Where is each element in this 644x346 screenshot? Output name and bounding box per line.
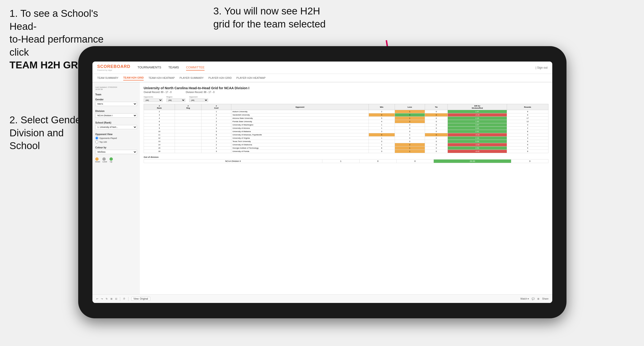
fit-btn[interactable]: ⊡ bbox=[115, 298, 117, 300]
school-select[interactable]: 1. University of Nort... bbox=[95, 125, 137, 129]
tab-player-h2h-heatmap[interactable]: PLAYER H2H HEATMAP bbox=[236, 75, 266, 80]
cell-loss: 0 bbox=[395, 137, 425, 140]
dot-level-label: Level bbox=[102, 161, 107, 163]
watch-btn[interactable]: Watch ▾ bbox=[520, 298, 529, 300]
radio-top100[interactable]: Top 100 bbox=[95, 140, 137, 143]
table-row: 11 6 University of Arkansas, Fayettevill… bbox=[144, 133, 548, 137]
cell-reg bbox=[175, 113, 202, 117]
opponent-view-label: Opponent View bbox=[95, 133, 137, 136]
cell-reg bbox=[175, 137, 202, 140]
cell-loss: 1 bbox=[395, 150, 425, 153]
table-row: 14 2 University of Oklahoma 1 2 0 -1.00 … bbox=[144, 143, 548, 147]
cell-reg bbox=[175, 133, 202, 137]
toolbar-right: Watch ▾ 💬 ⊞ Share bbox=[520, 298, 548, 300]
sign-out-link[interactable]: | Sign out bbox=[536, 66, 548, 69]
tab-team-h2h-heatmap[interactable]: TEAM H2H HEATMAP bbox=[148, 75, 175, 80]
cell-tie: 0 bbox=[425, 147, 448, 150]
cell-opponent: University of Arkansas, Fayetteville bbox=[231, 133, 368, 137]
cell-diff: 2.61 bbox=[448, 130, 507, 133]
cell-rounds: 9 bbox=[507, 147, 548, 150]
col-rounds: Rounds bbox=[507, 104, 548, 110]
tab-player-h2h-grid[interactable]: PLAYER H2H GRID bbox=[208, 75, 232, 80]
region-filter: Region (All) bbox=[166, 96, 185, 102]
dot-level bbox=[102, 157, 106, 161]
tab-team-summary[interactable]: TEAM SUMMARY bbox=[97, 75, 118, 80]
cell-win: 1 bbox=[368, 127, 395, 130]
cell-diff: 5.56 bbox=[448, 140, 507, 143]
logo-text: SCOREBOARD bbox=[97, 64, 130, 69]
cell-conf: 6 bbox=[202, 133, 231, 137]
tab-player-summary[interactable]: PLAYER SUMMARY bbox=[180, 75, 204, 80]
zoom-btn[interactable]: ⊞ bbox=[110, 298, 112, 300]
opponents-select[interactable]: (All) bbox=[144, 98, 162, 102]
grid-btn[interactable]: ⊞ bbox=[537, 298, 539, 300]
cell-conf: 4 bbox=[202, 147, 231, 150]
cell-rounds: 17 bbox=[507, 117, 548, 120]
colour-by-select[interactable]: Win/loss bbox=[95, 150, 137, 154]
region-select[interactable]: (All) bbox=[166, 98, 185, 102]
overall-record: Overall Record: 89 - 17 - 0 bbox=[144, 91, 172, 93]
timestamp-date: Last Updated: 27/03/2024 bbox=[95, 86, 137, 88]
cell-rank: 2 bbox=[144, 110, 175, 113]
cell-diff: -2.29 bbox=[448, 113, 507, 117]
nav-teams[interactable]: TEAMS bbox=[168, 65, 179, 71]
ann2-line2: Division and bbox=[10, 127, 64, 139]
cell-win: 3 bbox=[368, 150, 395, 153]
undo-btn[interactable]: ↩ bbox=[96, 298, 98, 300]
cell-conf: 2 bbox=[202, 143, 231, 147]
comment-btn[interactable]: 💬 bbox=[532, 298, 534, 300]
cell-reg bbox=[175, 150, 202, 153]
cell-diff: 1.83 bbox=[448, 120, 507, 123]
gender-select[interactable]: Men's bbox=[95, 102, 137, 106]
col-conf: #Conf bbox=[202, 104, 231, 110]
grid-records: Overall Record: 89 - 17 - 0 Division Rec… bbox=[144, 91, 548, 93]
col-loss: Loss bbox=[395, 104, 425, 110]
col-tie: Tie bbox=[425, 104, 448, 110]
cell-conf: 1 bbox=[202, 140, 231, 143]
sidebar: Last Updated: 27/03/2024 16:55:38 Team G… bbox=[92, 82, 140, 294]
tablet-device: SCOREBOARD Powered by clippi TOURNAMENTS… bbox=[78, 46, 566, 318]
cell-diff: 2.33 bbox=[448, 137, 507, 140]
cell-tie: 0 bbox=[425, 140, 448, 143]
view-label[interactable]: View: Original bbox=[131, 297, 150, 301]
cell-loss: 0 bbox=[395, 123, 425, 127]
cell-reg bbox=[175, 120, 202, 123]
cell-diff: -4.42 bbox=[448, 150, 507, 153]
cell-win: 0 bbox=[368, 133, 395, 137]
cell-diff: 3.67 bbox=[448, 123, 507, 127]
redo-btn[interactable]: ↪ bbox=[101, 298, 103, 300]
cell-tie: 0 bbox=[425, 133, 448, 137]
dot-down bbox=[95, 157, 98, 161]
nav-committee[interactable]: COMMITTEE bbox=[186, 65, 204, 71]
cell-opponent: University of Washington bbox=[231, 123, 368, 127]
division-select[interactable]: NCAA Division I bbox=[95, 113, 137, 118]
clock-btn[interactable]: ⏱ bbox=[123, 298, 126, 300]
cell-opponent: University of Virginia bbox=[231, 137, 368, 140]
back-btn[interactable]: ↻ bbox=[106, 298, 108, 300]
cell-opponent: University of Alabama bbox=[231, 130, 368, 133]
col-opponent: Opponent bbox=[231, 104, 368, 110]
opponent-select[interactable]: (All) bbox=[189, 98, 208, 102]
cell-rank: 15 bbox=[144, 147, 175, 150]
colour-by-label: Colour by bbox=[95, 146, 137, 149]
tab-team-h2h-grid[interactable]: TEAM H2H GRID bbox=[123, 75, 144, 80]
cell-rank: 3 bbox=[144, 113, 175, 117]
nav-tournaments[interactable]: TOURNAMENTS bbox=[138, 65, 161, 71]
cell-opponent: Florida State University bbox=[231, 120, 368, 123]
cell-rank: 9 bbox=[144, 127, 175, 130]
cell-rounds: 8 bbox=[507, 130, 548, 133]
opponent-filter: Opponent (All) bbox=[189, 96, 208, 102]
division-record: Division Record: 88 - 17 - 0 bbox=[186, 91, 214, 93]
cell-conf: 2 bbox=[202, 120, 231, 123]
table-row: 2 1 Auburn University 2 1 0 1.67 9 bbox=[144, 110, 548, 113]
cell-win: 1 bbox=[368, 137, 395, 140]
radio-opponents-played[interactable]: Opponents Played bbox=[95, 137, 137, 140]
cell-tie: 0 bbox=[425, 137, 448, 140]
school-label: School (Rank) bbox=[95, 121, 137, 124]
table-row: 9 3 University of Arizona 1 0 0 9.00 2 bbox=[144, 127, 548, 130]
cell-loss: 4 bbox=[395, 113, 425, 117]
ann3-line1: 3. You will now see H2H bbox=[213, 5, 320, 16]
share-btn[interactable]: Share bbox=[542, 298, 548, 300]
table-row: 10 5 University of Alabama 3 0 0 2.61 8 bbox=[144, 130, 548, 133]
out-win: 1 bbox=[322, 160, 359, 163]
